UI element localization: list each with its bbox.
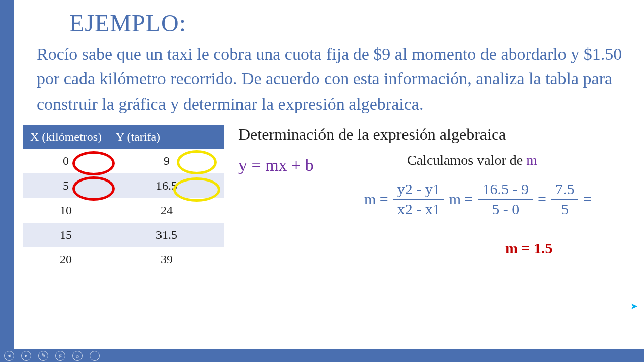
slide-title: EJEMPLO:: [69, 9, 644, 37]
col-header-x: X (kilómetros): [23, 125, 109, 149]
frac-top: y2 - y1: [393, 179, 444, 199]
cell: 10: [23, 198, 109, 223]
cell: 5: [23, 173, 109, 198]
pen-tool-button[interactable]: ✎: [38, 351, 48, 361]
m-equals: m =: [449, 191, 473, 208]
data-table-wrap: X (kilómetros) Y (tarifa) 09 516.5 1024 …: [23, 125, 224, 272]
equals-sign: =: [538, 191, 546, 208]
cursor-icon: ➤: [630, 301, 638, 312]
table-row: 09: [23, 149, 224, 173]
problem-text: Rocío sabe que un taxi le cobra una cuot…: [37, 42, 639, 116]
equals-sign: =: [583, 191, 592, 208]
table-row: 2039: [23, 247, 224, 272]
slide-left-border: [0, 0, 14, 349]
col-header-y: Y (tarifa): [109, 125, 224, 149]
prev-slide-button[interactable]: ◂: [4, 351, 14, 361]
table-row: 516.5: [23, 173, 224, 198]
fraction-numeric: 16.5 - 9 5 - 0: [478, 179, 533, 219]
math-panel: Determinación de la expresión algebraica…: [238, 125, 644, 272]
slide-content: EJEMPLO: Rocío sabe que un taxi le cobra…: [14, 0, 644, 349]
copy-button[interactable]: ⎘: [55, 351, 65, 361]
calc-label-var: m: [526, 152, 537, 168]
linear-equation: y = mx + b: [238, 156, 314, 175]
m-equals: m =: [364, 191, 388, 208]
cell: 20: [23, 247, 109, 272]
cell: 9: [109, 149, 224, 173]
zoom-button[interactable]: ⌕: [72, 351, 83, 361]
more-options-button[interactable]: ⋯: [90, 351, 100, 361]
math-heading: Determinación de la expresión algebraica: [238, 125, 644, 144]
cell: 24: [109, 198, 224, 223]
data-table: X (kilómetros) Y (tarifa) 09 516.5 1024 …: [23, 125, 224, 272]
frac-top: 7.5: [551, 179, 579, 199]
slope-result: m = 1.5: [505, 240, 553, 257]
next-slide-button[interactable]: ▸: [21, 351, 31, 361]
cell: 31.5: [109, 223, 224, 247]
cell: 16.5: [109, 173, 224, 198]
frac-bot: 5 - 0: [488, 200, 523, 219]
table-row: 1024: [23, 198, 224, 223]
calc-label-text: Calculamos valor de: [407, 152, 526, 168]
fraction-simplified: 7.5 5: [551, 179, 579, 219]
calc-label: Calculamos valor de m: [407, 152, 537, 168]
lower-section: X (kilómetros) Y (tarifa) 09 516.5 1024 …: [14, 125, 644, 272]
frac-top: 16.5 - 9: [478, 179, 533, 199]
fraction-symbolic: y2 - y1 x2 - x1: [393, 179, 444, 219]
cell: 39: [109, 247, 224, 272]
slope-calculation: m = y2 - y1 x2 - x1 m = 16.5 - 9 5 - 0 =…: [364, 179, 592, 219]
presentation-toolbar: ◂ ▸ ✎ ⎘ ⌕ ⋯: [0, 349, 644, 362]
cell: 15: [23, 223, 109, 247]
table-header-row: X (kilómetros) Y (tarifa): [23, 125, 224, 149]
cell: 0: [23, 149, 109, 173]
table-row: 1531.5: [23, 223, 224, 247]
frac-bot: x2 - x1: [393, 200, 444, 219]
frac-bot: 5: [557, 200, 573, 219]
